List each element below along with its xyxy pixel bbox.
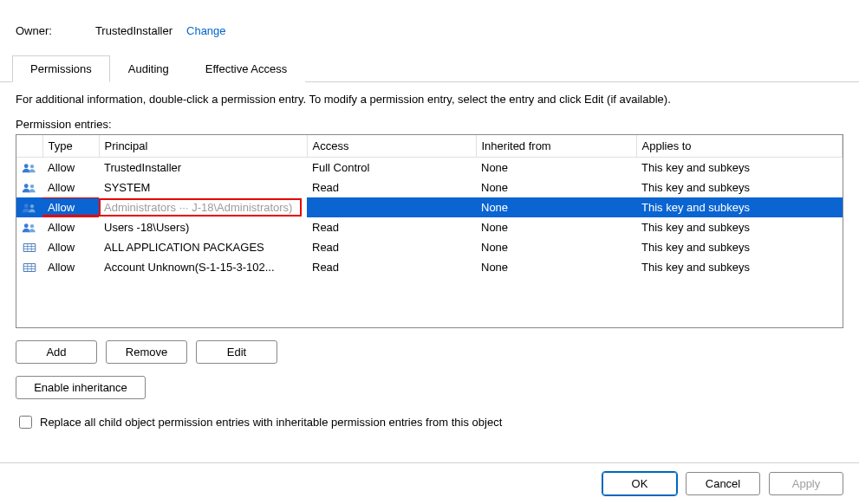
cell-type: Allow	[42, 257, 99, 277]
cell-inherited: None	[476, 237, 636, 257]
ok-button[interactable]: OK	[602, 472, 677, 495]
svg-point-6	[24, 223, 29, 228]
svg-rect-13	[23, 263, 36, 271]
cell-inherited: None	[476, 178, 636, 197]
cell-applies: This key and subkeys	[636, 197, 843, 217]
cell-type: Allow	[42, 178, 99, 197]
column-header-access[interactable]: Access	[307, 135, 476, 158]
cell-access	[307, 197, 476, 217]
column-icon-spacer	[16, 135, 42, 158]
svg-point-4	[24, 204, 29, 208]
cell-inherited: None	[476, 217, 636, 237]
owner-label: Owner:	[16, 24, 52, 37]
svg-point-7	[30, 224, 34, 228]
cell-type: Allow	[42, 158, 99, 178]
table-row[interactable]: AllowALL APPLICATION PACKAGESReadNoneThi…	[16, 237, 843, 257]
cell-inherited: None	[476, 257, 636, 277]
dialog-footer: OK Cancel Apply	[0, 462, 859, 504]
cell-principal: ALL APPLICATION PACKAGES	[99, 237, 307, 257]
column-header-applies[interactable]: Applies to	[636, 135, 843, 158]
cell-inherited: None	[476, 197, 636, 217]
tab-bar: Permissions Auditing Effective Access	[0, 55, 859, 82]
tab-auditing[interactable]: Auditing	[110, 55, 187, 82]
highlight-annotation	[42, 197, 99, 217]
cell-access: Read	[307, 237, 476, 257]
package-icon	[16, 237, 42, 257]
replace-child-checkbox[interactable]	[19, 416, 32, 429]
cell-access: Read	[307, 217, 476, 237]
tab-permissions[interactable]: Permissions	[12, 55, 110, 82]
cell-access: Read	[307, 257, 476, 277]
table-row[interactable]: AllowAccount Unknown(S-1-15-3-102...Read…	[16, 257, 843, 277]
table-row[interactable]: AllowTrustedInstallerFull ControlNoneThi…	[16, 158, 843, 178]
cell-applies: This key and subkeys	[636, 237, 843, 257]
column-header-principal[interactable]: Principal	[99, 135, 307, 158]
package-icon	[16, 257, 42, 277]
cell-principal: Users -18\Users)	[99, 217, 307, 237]
cell-type: Allow	[42, 197, 99, 217]
cell-type: Allow	[42, 237, 99, 257]
cell-principal: SYSTEM	[99, 178, 307, 197]
cell-applies: This key and subkeys	[636, 178, 843, 197]
tab-effective-access[interactable]: Effective Access	[187, 55, 305, 82]
group-icon	[16, 217, 42, 237]
enable-inheritance-button[interactable]: Enable inheritance	[16, 376, 146, 399]
remove-button[interactable]: Remove	[106, 340, 187, 364]
replace-child-label: Replace all child object permission entr…	[40, 416, 502, 429]
svg-point-3	[30, 184, 34, 188]
instruction-text: For additional information, double-click…	[16, 93, 843, 106]
table-row[interactable]: AllowAdministrators ··· J-18\Administrat…	[16, 197, 843, 217]
cell-applies: This key and subkeys	[636, 158, 843, 178]
svg-rect-8	[23, 243, 36, 251]
group-icon	[16, 158, 42, 178]
edit-button[interactable]: Edit	[196, 340, 277, 364]
group-icon	[16, 197, 42, 217]
column-header-type[interactable]: Type	[42, 135, 99, 158]
svg-point-2	[24, 184, 29, 188]
cell-principal: Account Unknown(S-1-15-3-102...	[99, 257, 307, 277]
apply-button[interactable]: Apply	[769, 472, 843, 495]
cell-principal: Administrators ··· J-18\Administrators)	[99, 197, 307, 217]
group-icon	[16, 178, 42, 197]
cell-inherited: None	[476, 158, 636, 178]
permission-entries-table[interactable]: Type Principal Access Inherited from App…	[16, 134, 843, 328]
cell-applies: This key and subkeys	[636, 217, 843, 237]
change-owner-link[interactable]: Change	[186, 24, 226, 37]
add-button[interactable]: Add	[16, 340, 97, 364]
cell-access: Read	[307, 178, 476, 197]
highlight-annotation-inner	[99, 198, 302, 216]
table-row[interactable]: AllowUsers -18\Users)ReadNoneThis key an…	[16, 217, 843, 237]
cell-access: Full Control	[307, 158, 476, 178]
table-row[interactable]: AllowSYSTEMReadNoneThis key and subkeys	[16, 178, 843, 197]
column-header-inherited[interactable]: Inherited from	[476, 135, 636, 158]
svg-point-0	[24, 164, 29, 168]
cell-type: Allow	[42, 217, 99, 237]
owner-value: TrustedInstaller	[95, 24, 172, 37]
cell-principal: TrustedInstaller	[99, 158, 307, 178]
svg-point-5	[30, 204, 34, 208]
cancel-button[interactable]: Cancel	[686, 472, 760, 495]
svg-point-1	[30, 165, 34, 168]
permission-entries-label: Permission entries:	[16, 118, 843, 131]
cell-applies: This key and subkeys	[636, 257, 843, 277]
